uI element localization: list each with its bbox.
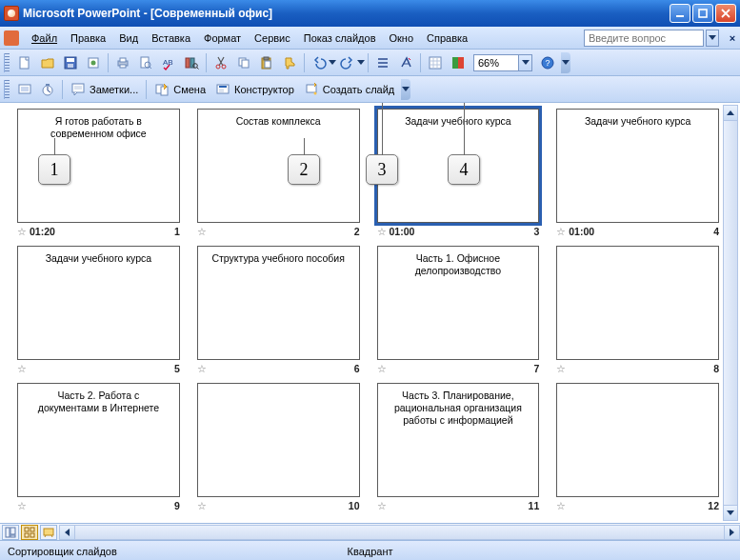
slide-meta: ☆01:004	[556, 223, 719, 240]
slide-number: 3	[533, 226, 539, 237]
svg-rect-9	[120, 58, 126, 62]
doc-close-button[interactable]: ×	[727, 32, 738, 44]
slide-meta: ☆9	[17, 497, 180, 514]
transition-indicator-icon: ☆	[556, 226, 566, 238]
menu-file[interactable]: Файл	[25, 30, 64, 46]
hide-slide-icon[interactable]	[14, 79, 35, 100]
format-painter-icon[interactable]	[279, 52, 300, 73]
normal-view-button[interactable]	[2, 525, 19, 540]
slide-thumbnail[interactable]	[197, 383, 360, 497]
slide-timing: 01:00	[569, 226, 594, 237]
svg-point-38	[313, 91, 316, 94]
scroll-down-button[interactable]	[724, 505, 737, 520]
redo-icon[interactable]	[337, 52, 358, 73]
help-icon[interactable]: ?	[537, 52, 558, 73]
slide-thumbnail[interactable]: Задачи учебного курса	[556, 109, 719, 223]
menu-view[interactable]: Вид	[112, 30, 145, 46]
slide-thumbnail[interactable]: Структура учебного пособия	[197, 246, 360, 360]
menu-insert[interactable]: Вставка	[145, 30, 197, 46]
open-icon[interactable]	[37, 52, 58, 73]
svg-rect-10	[120, 65, 126, 68]
scroll-left-button[interactable]	[60, 526, 75, 539]
print-icon[interactable]	[112, 52, 133, 73]
slide-number: 1	[174, 226, 180, 237]
undo-icon[interactable]	[309, 52, 330, 73]
design-button[interactable]: Конструктор	[211, 79, 298, 100]
redo-dropdown[interactable]	[357, 52, 365, 73]
minimize-button[interactable]	[670, 4, 690, 23]
slide-thumbnail[interactable]: Задачи учебного курса	[17, 246, 180, 360]
toolbar-overflow[interactable]	[401, 79, 410, 100]
slide-thumbnail[interactable]: Часть 1. Офисное делопроизводство	[377, 246, 540, 360]
svg-point-7	[91, 60, 96, 65]
color-grayscale-icon[interactable]	[448, 52, 469, 73]
transition-button[interactable]: Смена	[150, 79, 210, 100]
rehearse-timings-icon[interactable]	[37, 79, 58, 100]
slide-timing: 01:00	[390, 226, 415, 237]
slide-cell: ☆10	[197, 383, 360, 514]
scroll-right-button[interactable]	[724, 526, 739, 539]
show-formatting-icon[interactable]	[395, 52, 416, 73]
separator	[206, 53, 207, 72]
vertical-scrollbar[interactable]	[723, 105, 738, 521]
spellcheck-icon[interactable]: AB	[158, 52, 179, 73]
save-icon[interactable]	[60, 52, 81, 73]
svg-rect-45	[30, 533, 34, 537]
help-search-dropdown[interactable]	[706, 30, 719, 47]
titlebar: Microsoft PowerPoint - [Современный офис…	[0, 0, 740, 27]
view-switch-row	[0, 524, 740, 541]
slide-cell: Структура учебного пособия☆6	[197, 246, 360, 377]
new-icon[interactable]	[14, 52, 35, 73]
slide-thumbnail[interactable]	[556, 246, 719, 360]
slideshow-view-button[interactable]	[40, 525, 57, 540]
svg-text:?: ?	[546, 58, 550, 68]
undo-dropdown[interactable]	[329, 52, 336, 73]
menubar: Файл Правка Вид Вставка Формат Сервис По…	[0, 27, 740, 50]
permissions-icon[interactable]	[83, 52, 104, 73]
slide-thumbnail[interactable]: Состав комплекса	[197, 109, 360, 223]
svg-rect-39	[6, 528, 10, 537]
zoom-dropdown[interactable]	[519, 54, 532, 71]
new-slide-button[interactable]: Создать слайд	[300, 79, 398, 100]
sorter-view-button[interactable]	[21, 525, 38, 540]
slide-number: 6	[354, 363, 360, 374]
paste-icon[interactable]	[256, 52, 277, 73]
transition-indicator-icon: ☆	[197, 363, 207, 375]
powerpoint-icon	[4, 6, 19, 21]
svg-rect-26	[458, 57, 464, 69]
slide-thumbnail[interactable]: Часть 2. Работа с документами в Интернет…	[17, 383, 180, 497]
horizontal-scrollbar[interactable]	[59, 525, 740, 540]
svg-point-18	[222, 65, 226, 69]
help-search-input[interactable]	[584, 30, 704, 47]
slide-thumbnail[interactable]	[556, 383, 719, 497]
zoom-input[interactable]	[473, 54, 519, 71]
svg-rect-43	[30, 528, 34, 531]
menu-format[interactable]: Формат	[197, 30, 248, 46]
print-preview-icon[interactable]	[135, 52, 156, 73]
svg-rect-2	[20, 57, 29, 69]
slide-meta: ☆10	[197, 497, 360, 514]
cut-icon[interactable]	[210, 52, 231, 73]
research-icon[interactable]	[181, 52, 202, 73]
maximize-button[interactable]	[692, 4, 713, 23]
slide-number: 4	[713, 226, 719, 237]
menu-help[interactable]: Справка	[420, 30, 474, 46]
menu-tools[interactable]: Сервис	[248, 30, 297, 46]
slide-cell: Задачи учебного курса☆5	[17, 246, 180, 377]
menu-edit[interactable]: Правка	[64, 30, 112, 46]
scroll-up-button[interactable]	[724, 106, 737, 121]
slide-thumbnail[interactable]: Часть 3. Планирование, рациональная орга…	[377, 383, 540, 497]
menu-slideshow[interactable]: Показ слайдов	[297, 30, 383, 46]
toolbar-overflow[interactable]	[561, 52, 570, 73]
toolbar-grip[interactable]	[4, 80, 10, 99]
copy-icon[interactable]	[233, 52, 254, 73]
grid-guides-icon[interactable]	[425, 52, 446, 73]
svg-rect-15	[190, 58, 194, 68]
expand-all-icon[interactable]	[372, 52, 393, 73]
menu-window[interactable]: Окно	[383, 30, 421, 46]
speaker-notes-button[interactable]: Заметки...	[67, 79, 142, 100]
toolbar-grip[interactable]	[4, 53, 10, 72]
svg-rect-20	[242, 60, 249, 68]
close-button[interactable]	[715, 4, 736, 23]
separator	[146, 80, 147, 99]
